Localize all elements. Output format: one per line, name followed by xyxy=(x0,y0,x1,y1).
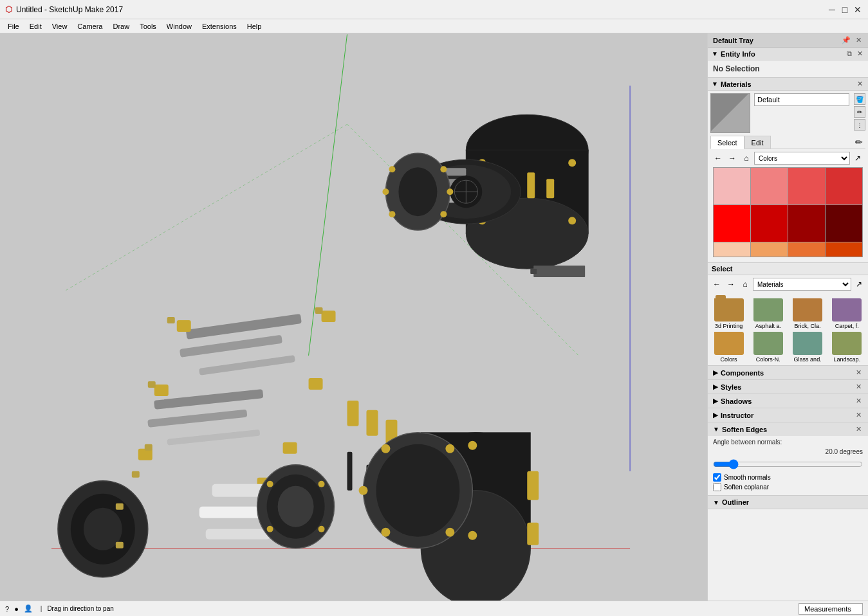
swatch-1[interactable] xyxy=(751,168,788,204)
folder-brick[interactable]: Brick, Cla. xyxy=(790,298,826,329)
swatch-5[interactable] xyxy=(751,205,788,242)
material-tools-col: 🪣 ✏ ⋮ xyxy=(854,93,865,131)
status-icon-help[interactable]: ? xyxy=(5,605,9,613)
tab-select[interactable]: Select xyxy=(710,136,744,149)
swatch-8[interactable] xyxy=(714,242,750,257)
folder-asphalt[interactable]: Asphalt a. xyxy=(750,298,786,329)
swatch-10[interactable] xyxy=(788,242,825,257)
components-section: ▶ Components ✕ xyxy=(708,366,868,380)
folder-carpet[interactable]: Carpet, f. xyxy=(829,298,865,329)
outliner-header[interactable]: ▼ Outliner xyxy=(708,496,868,509)
shadows-header[interactable]: ▶ Shadows ✕ xyxy=(708,394,868,408)
sel2-forward-button[interactable]: → xyxy=(725,278,737,291)
angle-value: 20.0 degrees xyxy=(713,448,863,455)
soften-edges-section: ▼ Soften Edges ✕ Angle between normals: … xyxy=(708,422,868,496)
sel2-back-button[interactable]: ← xyxy=(710,278,723,291)
svg-point-72 xyxy=(267,526,273,532)
category-select2[interactable]: Materials Colors xyxy=(753,278,851,291)
styles-close-button[interactable]: ✕ xyxy=(854,383,863,391)
minimize-button[interactable]: ─ xyxy=(827,5,837,15)
measurements-panel: Measurements xyxy=(799,603,863,615)
viewport[interactable] xyxy=(0,33,707,601)
soften-edges-close-button[interactable]: ✕ xyxy=(854,425,863,433)
components-arrow: ▶ xyxy=(713,369,718,376)
window-title: Untitled - SketchUp Make 2017 xyxy=(16,5,123,14)
titlebar: ⬡ Untitled - SketchUp Make 2017 ─ □ ✕ xyxy=(0,0,868,19)
soften-edges-title-row: ▼ Soften Edges xyxy=(713,426,767,433)
swatches-container xyxy=(713,167,863,257)
folder-3d-printing[interactable]: 3d Printing xyxy=(710,298,747,329)
entity-info-header[interactable]: ▼ Entity Info ⧉ ✕ xyxy=(708,48,868,60)
mat-home-button[interactable]: ⌂ xyxy=(740,152,753,165)
folder-icon-3d xyxy=(714,298,744,322)
menu-item-help[interactable]: Help xyxy=(242,21,267,32)
status-icon-user: 👤 xyxy=(24,604,33,613)
tray-title: Default Tray xyxy=(713,37,753,44)
svg-rect-65 xyxy=(366,410,378,436)
swatch-4[interactable] xyxy=(714,205,750,242)
material-extra-button[interactable]: ⋮ xyxy=(854,119,865,131)
swatch-11[interactable] xyxy=(826,242,862,257)
material-sample-button[interactable]: 🪣 xyxy=(854,93,865,105)
tray-pin-button[interactable]: 📌 xyxy=(840,36,852,44)
swatch-0[interactable] xyxy=(714,168,750,204)
styles-header[interactable]: ▶ Styles ✕ xyxy=(708,380,868,394)
menu-item-edit[interactable]: Edit xyxy=(24,21,47,32)
menu-item-window[interactable]: Window xyxy=(162,21,197,32)
maximize-button[interactable]: □ xyxy=(840,5,850,15)
category-select[interactable]: Colors Materials 3d Printing Asphalt and… xyxy=(754,152,850,165)
sel2-home-button[interactable]: ⌂ xyxy=(739,278,752,291)
tab-edit[interactable]: Edit xyxy=(744,136,771,149)
menu-item-tools[interactable]: Tools xyxy=(134,21,162,32)
status-icon-info: ● xyxy=(14,605,19,613)
components-header[interactable]: ▶ Components ✕ xyxy=(708,366,868,379)
swatch-9[interactable] xyxy=(751,242,788,257)
folder-glass[interactable]: Glass and. xyxy=(790,332,826,363)
menu-item-draw[interactable]: Draw xyxy=(107,21,134,32)
svg-point-25 xyxy=(440,166,447,172)
mat-back-button[interactable]: ← xyxy=(712,152,725,165)
svg-rect-57 xyxy=(116,542,124,548)
material-preview-box xyxy=(710,93,750,133)
material-paint-button[interactable]: ✏ xyxy=(854,106,865,118)
pencil-icon-button[interactable]: ✏ xyxy=(853,136,865,149)
materials-header[interactable]: ▼ Materials ✕ xyxy=(708,78,868,91)
mat-add-button[interactable]: ↗ xyxy=(851,152,864,165)
tray-close-button[interactable]: ✕ xyxy=(854,36,863,44)
svg-point-69 xyxy=(278,486,314,527)
styles-section: ▶ Styles ✕ xyxy=(708,380,868,394)
entity-info-copy-button[interactable]: ⧉ xyxy=(845,50,853,58)
sel2-add-button[interactable]: ↗ xyxy=(853,278,865,291)
swatch-6[interactable] xyxy=(788,205,825,242)
swatch-3[interactable] xyxy=(826,168,862,204)
titlebar-controls: ─ □ ✕ xyxy=(827,5,863,15)
menu-item-camera[interactable]: Camera xyxy=(72,21,107,32)
soften-coplanar-checkbox[interactable] xyxy=(713,483,721,491)
components-close-button[interactable]: ✕ xyxy=(854,368,863,377)
shadows-close-button[interactable]: ✕ xyxy=(854,397,863,405)
viewport-svg xyxy=(0,33,707,601)
soften-slider[interactable] xyxy=(713,459,863,469)
soften-edges-header[interactable]: ▼ Soften Edges ✕ xyxy=(708,422,868,436)
folder-colors[interactable]: Colors xyxy=(710,332,747,363)
instructor-close-button[interactable]: ✕ xyxy=(854,411,863,419)
folder-colors-n[interactable]: Colors-N. xyxy=(750,332,786,363)
material-preview-row: 🪣 ✏ ⋮ xyxy=(710,93,865,133)
entity-info-close-button[interactable]: ✕ xyxy=(856,50,864,58)
smooth-normals-checkbox[interactable] xyxy=(713,473,721,482)
menu-item-extensions[interactable]: Extensions xyxy=(197,21,242,32)
outliner-title-row: ▼ Outliner xyxy=(713,498,749,506)
materials-close-button[interactable]: ✕ xyxy=(856,80,864,88)
mat-forward-button[interactable]: → xyxy=(726,152,739,165)
swatch-7[interactable] xyxy=(826,205,862,242)
small-component xyxy=(530,266,585,277)
svg-point-82 xyxy=(445,444,454,453)
instructor-header[interactable]: ▶ Instructor ✕ xyxy=(708,408,868,422)
menu-item-view[interactable]: View xyxy=(47,21,73,32)
folder-landscape[interactable]: Landscap. xyxy=(829,332,865,363)
menu-item-file[interactable]: File xyxy=(3,21,24,32)
material-name-input[interactable] xyxy=(754,93,849,106)
materials-body: 🪣 ✏ ⋮ Select Edit ✏ ← → xyxy=(708,91,868,262)
close-button[interactable]: ✕ xyxy=(853,5,863,15)
swatch-2[interactable] xyxy=(788,168,825,204)
